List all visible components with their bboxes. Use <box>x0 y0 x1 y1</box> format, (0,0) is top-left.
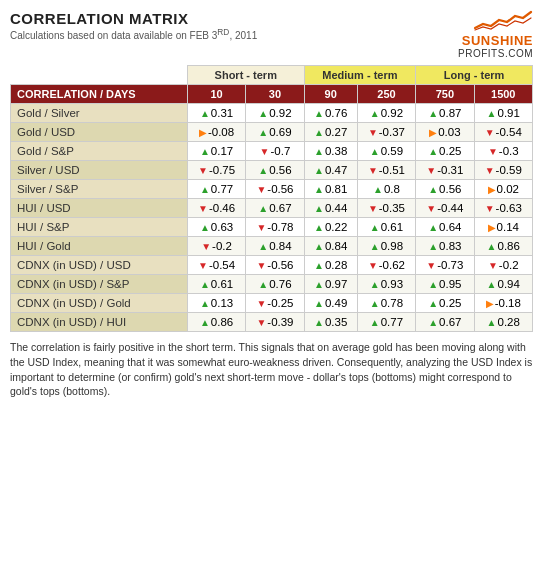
direction-arrow: ▲ <box>370 146 380 157</box>
correlation-table: Short - term Medium - term Long - term C… <box>10 65 533 332</box>
direction-arrow: ▲ <box>258 203 268 214</box>
direction-arrow: ▲ <box>200 146 210 157</box>
value-cell: ▼-0.54 <box>187 256 245 275</box>
direction-arrow: ▲ <box>314 184 324 195</box>
cell-value: 0.76 <box>269 278 291 290</box>
cell-value: 0.59 <box>381 145 403 157</box>
direction-arrow: ▶ <box>486 298 494 309</box>
cell-value: 0.93 <box>381 278 403 290</box>
logo-sub: PROFITS.COM <box>458 48 533 59</box>
direction-arrow: ▼ <box>256 298 266 309</box>
direction-arrow: ▲ <box>314 222 324 233</box>
table-row: HUI / USD▼-0.46▲0.67▲0.44▼-0.35▼-0.44▼-0… <box>11 199 533 218</box>
cell-value: -0.78 <box>267 221 293 233</box>
value-cell: ▼-0.3 <box>474 142 532 161</box>
cell-value: 0.77 <box>211 183 233 195</box>
cell-value: 0.77 <box>381 316 403 328</box>
page-title: CORRELATION MATRIX <box>10 10 257 27</box>
value-cell: ▼-0.37 <box>357 123 415 142</box>
cell-value: 0.98 <box>381 240 403 252</box>
direction-arrow: ▲ <box>370 108 380 119</box>
cell-value: 0.67 <box>269 202 291 214</box>
value-cell: ▲0.49 <box>304 294 357 313</box>
value-cell: ▲0.84 <box>246 237 304 256</box>
cell-value: 0.8 <box>384 183 400 195</box>
cell-value: 0.92 <box>381 107 403 119</box>
cell-value: 0.95 <box>439 278 461 290</box>
direction-arrow: ▲ <box>200 108 210 119</box>
logo-block: SUNSHINE PROFITS.COM <box>458 10 533 59</box>
cell-value: 0.02 <box>497 183 519 195</box>
value-cell: ▼-0.56 <box>246 256 304 275</box>
value-cell: ▶0.14 <box>474 218 532 237</box>
direction-arrow: ▼ <box>256 222 266 233</box>
value-cell: ▼-0.35 <box>357 199 415 218</box>
value-cell: ▼-0.62 <box>357 256 415 275</box>
direction-arrow: ▲ <box>314 260 324 271</box>
short-term-header: Short - term <box>187 66 304 85</box>
value-cell: ▲0.93 <box>357 275 415 294</box>
value-cell: ▼-0.39 <box>246 313 304 332</box>
direction-arrow: ▲ <box>428 146 438 157</box>
row-label: CDNX (in USD) / Gold <box>11 294 188 313</box>
value-cell: ▲0.64 <box>416 218 474 237</box>
direction-arrow: ▼ <box>198 165 208 176</box>
direction-arrow: ▲ <box>200 279 210 290</box>
value-cell: ▶-0.18 <box>474 294 532 313</box>
cell-value: 0.31 <box>211 107 233 119</box>
row-label: Gold / S&P <box>11 142 188 161</box>
cell-value: 0.28 <box>498 316 520 328</box>
cell-value: -0.37 <box>379 126 405 138</box>
value-cell: ▲0.27 <box>304 123 357 142</box>
value-cell: ▲0.95 <box>416 275 474 294</box>
table-row: CDNX (in USD) / Gold▲0.13▼-0.25▲0.49▲0.7… <box>11 294 533 313</box>
direction-arrow: ▲ <box>370 222 380 233</box>
value-cell: ▶-0.08 <box>187 123 245 142</box>
value-cell: ▲0.98 <box>357 237 415 256</box>
cell-value: 0.61 <box>211 278 233 290</box>
cell-value: -0.63 <box>496 202 522 214</box>
table-row: Gold / USD▶-0.08▲0.69▲0.27▼-0.37▶0.03▼-0… <box>11 123 533 142</box>
row-label: HUI / Gold <box>11 237 188 256</box>
value-cell: ▲0.86 <box>474 237 532 256</box>
value-cell: ▲0.87 <box>416 104 474 123</box>
direction-arrow: ▶ <box>199 127 207 138</box>
direction-arrow: ▼ <box>485 127 495 138</box>
direction-arrow: ▲ <box>428 279 438 290</box>
value-cell: ▲0.86 <box>187 313 245 332</box>
table-row: HUI / S&P▲0.63▼-0.78▲0.22▲0.61▲0.64▶0.14 <box>11 218 533 237</box>
value-cell: ▼-0.78 <box>246 218 304 237</box>
direction-arrow: ▲ <box>428 241 438 252</box>
header-row: CORRELATION MATRIX Calculations based on… <box>10 10 533 59</box>
row-label: Silver / USD <box>11 161 188 180</box>
direction-arrow: ▲ <box>428 298 438 309</box>
table-row: Silver / S&P▲0.77▼-0.56▲0.81▲0.8▲0.56▶0.… <box>11 180 533 199</box>
value-cell: ▼-0.59 <box>474 161 532 180</box>
direction-arrow: ▲ <box>258 127 268 138</box>
cell-value: -0.25 <box>267 297 293 309</box>
table-body: Gold / Silver▲0.31▲0.92▲0.76▲0.92▲0.87▲0… <box>11 104 533 332</box>
value-cell: ▼-0.2 <box>474 256 532 275</box>
value-cell: ▲0.22 <box>304 218 357 237</box>
value-cell: ▲0.17 <box>187 142 245 161</box>
cell-value: -0.44 <box>437 202 463 214</box>
direction-arrow: ▲ <box>258 241 268 252</box>
direction-arrow: ▲ <box>258 165 268 176</box>
corner-cell <box>11 66 188 85</box>
row-label: Gold / USD <box>11 123 188 142</box>
table-row: HUI / Gold▼-0.2▲0.84▲0.84▲0.98▲0.83▲0.86 <box>11 237 533 256</box>
cell-value: -0.73 <box>437 259 463 271</box>
logo-text: SUNSHINE <box>462 34 533 48</box>
direction-arrow: ▲ <box>314 298 324 309</box>
direction-arrow: ▼ <box>426 260 436 271</box>
cell-value: 0.84 <box>269 240 291 252</box>
subtitle: Calculations based on data available on … <box>10 27 257 41</box>
cell-value: -0.3 <box>499 145 519 157</box>
value-cell: ▲0.84 <box>304 237 357 256</box>
cell-value: 0.86 <box>498 240 520 252</box>
cell-value: -0.08 <box>208 126 234 138</box>
table-row: Gold / S&P▲0.17▼-0.7▲0.38▲0.59▲0.25▼-0.3 <box>11 142 533 161</box>
table-row: CDNX (in USD) / S&P▲0.61▲0.76▲0.97▲0.93▲… <box>11 275 533 294</box>
direction-arrow: ▼ <box>368 260 378 271</box>
cell-value: 0.84 <box>325 240 347 252</box>
